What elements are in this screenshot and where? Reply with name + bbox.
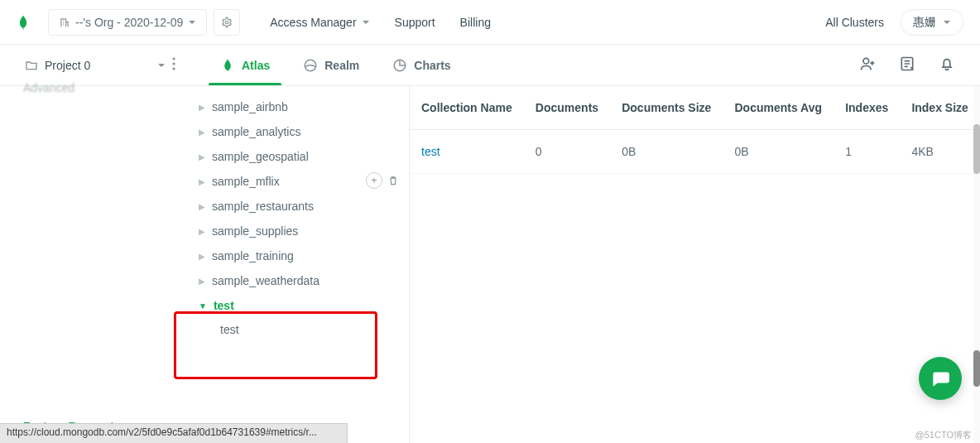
main-content: Advanced Feature Requests ▶sample_airbnb… xyxy=(0,86,980,443)
db-item-sample-airbnb[interactable]: ▶sample_airbnb xyxy=(174,94,409,119)
chevron-down-icon: ▼ xyxy=(199,301,207,311)
svg-point-5 xyxy=(863,58,869,64)
scrollbar[interactable] xyxy=(973,86,980,443)
chevron-right-icon: ▶ xyxy=(199,227,205,236)
person-plus-icon xyxy=(859,55,876,72)
project-selector[interactable]: Project 0 xyxy=(25,59,166,72)
truncated-text: Advanced xyxy=(23,81,164,94)
folder-icon xyxy=(25,59,38,72)
bell-icon xyxy=(939,55,955,72)
trash-icon[interactable] xyxy=(387,175,399,186)
billing-link[interactable]: Billing xyxy=(460,16,491,29)
chevron-right-icon: ▶ xyxy=(199,103,205,112)
chevron-right-icon: ▶ xyxy=(199,277,205,286)
db-item-test[interactable]: ▼test xyxy=(174,293,409,318)
feature-requests-link[interactable]: Feature Requests xyxy=(23,345,164,433)
chat-icon xyxy=(930,368,951,389)
org-name: --'s Org - 2020-12-09 xyxy=(75,16,183,29)
cell-documents: 0 xyxy=(524,130,610,174)
scroll-thumb[interactable] xyxy=(973,124,980,174)
table-header-row: Collection Name Documents Documents Size… xyxy=(410,86,980,130)
access-manager-menu[interactable]: Access Manager xyxy=(270,16,369,29)
support-link[interactable]: Support xyxy=(395,16,435,29)
mongodb-leaf-icon xyxy=(15,14,31,31)
table-row: test 0 0B 0B 1 4KB xyxy=(410,130,980,174)
left-sidebar: Advanced Feature Requests xyxy=(0,86,174,443)
all-clusters-link[interactable]: All Clusters xyxy=(825,16,884,29)
atlas-icon xyxy=(220,58,235,73)
chevron-right-icon: ▶ xyxy=(199,177,205,186)
db-item-sample-training[interactable]: ▶sample_training xyxy=(174,243,409,268)
db-item-sample-weatherdata[interactable]: ▶sample_weatherdata xyxy=(174,268,409,293)
col-documents: Documents xyxy=(524,86,610,130)
project-more-button[interactable] xyxy=(169,54,179,76)
org-settings-button[interactable] xyxy=(214,9,240,36)
collections-table: Collection Name Documents Documents Size… xyxy=(410,86,980,174)
realm-icon xyxy=(303,58,318,73)
tab-atlas[interactable]: Atlas xyxy=(220,46,270,84)
project-bar: Project 0 Atlas Realm Charts xyxy=(0,45,980,86)
caret-down-icon xyxy=(157,61,166,70)
alerts-button[interactable] xyxy=(939,55,955,75)
chat-button[interactable] xyxy=(919,357,962,400)
gear-icon xyxy=(221,17,233,28)
database-tree: ▶sample_airbnb ▶sample_analytics ▶sample… xyxy=(174,86,410,443)
cell-indexes: 1 xyxy=(833,130,900,174)
project-actions xyxy=(859,55,955,75)
building-icon xyxy=(59,17,70,28)
db-item-sample-supplies[interactable]: ▶sample_supplies xyxy=(174,219,409,243)
svg-point-2 xyxy=(172,67,175,70)
svg-point-1 xyxy=(172,62,175,65)
product-tabs: Atlas Realm Charts xyxy=(220,46,451,84)
invite-button[interactable] xyxy=(859,55,876,75)
db-item-actions: + xyxy=(366,172,399,189)
caret-down-icon xyxy=(188,18,196,26)
collections-table-area: Collection Name Documents Documents Size… xyxy=(410,86,980,443)
collection-link[interactable]: test xyxy=(421,145,440,158)
charts-icon xyxy=(392,58,407,73)
chevron-right-icon: ▶ xyxy=(199,252,205,261)
tab-realm[interactable]: Realm xyxy=(303,46,359,84)
db-item-sample-mflix[interactable]: ▶sample_mflix + xyxy=(174,169,409,194)
activity-button[interactable] xyxy=(899,55,915,75)
top-bar: --'s Org - 2020-12-09 Access Manager Sup… xyxy=(0,0,980,45)
col-collection-name: Collection Name xyxy=(410,86,524,130)
db-item-sample-geospatial[interactable]: ▶sample_geospatial xyxy=(174,144,409,169)
col-documents-avg: Documents Avg xyxy=(723,86,833,130)
scroll-thumb[interactable] xyxy=(973,350,980,387)
browser-status-url: https://cloud.mongodb.com/v2/5fd0e9c5afa… xyxy=(0,423,348,443)
top-links: Access Manager Support Billing xyxy=(270,16,491,29)
activity-icon xyxy=(899,55,915,72)
col-documents-size: Documents Size xyxy=(610,86,723,130)
collection-item-test[interactable]: test xyxy=(174,318,409,341)
chevron-right-icon: ▶ xyxy=(199,202,205,211)
db-item-sample-restaurants[interactable]: ▶sample_restaurants xyxy=(174,194,409,219)
tab-charts[interactable]: Charts xyxy=(392,46,450,84)
cell-documents-avg: 0B xyxy=(723,130,833,174)
db-item-sample-analytics[interactable]: ▶sample_analytics xyxy=(174,119,409,144)
caret-down-icon xyxy=(943,18,951,26)
col-indexes: Indexes xyxy=(833,86,900,130)
org-selector[interactable]: --'s Org - 2020-12-09 xyxy=(48,9,207,36)
svg-point-0 xyxy=(172,57,175,60)
chevron-right-icon: ▶ xyxy=(199,152,205,161)
dots-vertical-icon xyxy=(172,57,175,70)
caret-down-icon xyxy=(362,18,370,26)
cell-documents-size: 0B xyxy=(610,130,723,174)
cell-index-size: 4KB xyxy=(900,130,980,174)
create-collection-button[interactable]: + xyxy=(366,172,382,189)
user-menu[interactable]: 惠姗 xyxy=(901,9,963,36)
col-index-size: Index Size xyxy=(900,86,980,130)
chevron-right-icon: ▶ xyxy=(199,128,205,137)
